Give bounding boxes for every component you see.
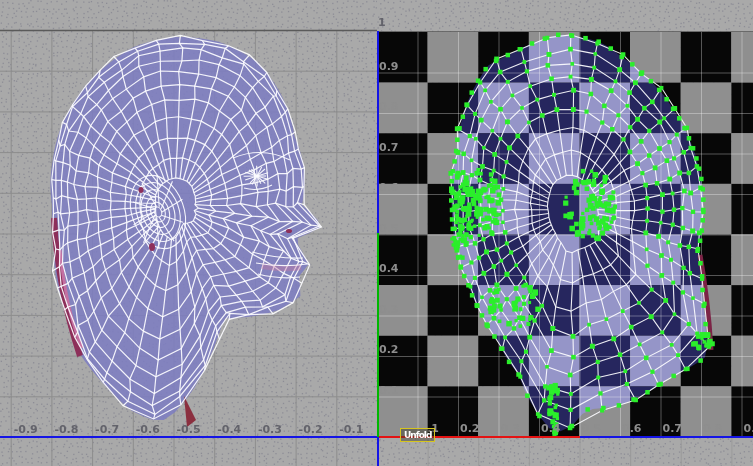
viewport-uv-editor[interactable] bbox=[377, 0, 753, 466]
unfold-tool-badge: Unfold bbox=[400, 428, 435, 442]
viewport-3d-side[interactable] bbox=[0, 0, 377, 466]
app-window: -0.9-0.8-0.7-0.6-0.5-0.4-0.3-0.2-0.10.10… bbox=[0, 0, 753, 466]
